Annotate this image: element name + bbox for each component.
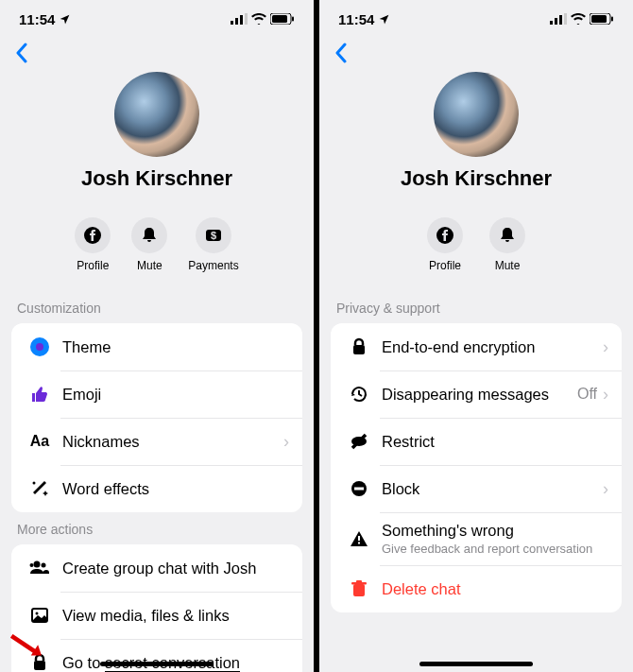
row-creategroup[interactable]: Create group chat with Josh (11, 544, 302, 592)
svg-text:$: $ (211, 230, 216, 241)
card-moreactions: Create group chat with Josh View media, … (11, 544, 302, 672)
row-restrict-label: Restrict (382, 433, 608, 451)
row-wrong-label: Something's wrong (382, 522, 608, 540)
wifi-icon (571, 13, 586, 25)
back-button[interactable] (329, 43, 353, 67)
payments-icon: $ (204, 226, 223, 245)
trash-icon (351, 579, 368, 598)
svg-rect-3 (245, 13, 248, 25)
svg-rect-22 (564, 13, 567, 25)
status-bar: 11:54 (319, 0, 633, 38)
svg-point-17 (36, 612, 39, 615)
chevron-right-icon: › (603, 337, 608, 357)
svg-rect-18 (34, 661, 45, 670)
row-e2e[interactable]: End-to-end encryption › (331, 323, 622, 370)
row-theme[interactable]: Theme (11, 323, 302, 370)
status-bar: 11:54 (0, 0, 314, 38)
svg-point-15 (30, 563, 34, 567)
avatar[interactable] (434, 72, 519, 157)
profile-name: Josh Kirschner (81, 166, 232, 191)
action-payments[interactable]: $ Payments (188, 217, 238, 272)
restrict-icon (350, 432, 368, 451)
action-profile-label: Profile (429, 259, 461, 272)
row-nicknames-label: Nicknames (62, 433, 283, 451)
chevron-right-icon: › (283, 432, 289, 452)
row-block-label: Block (382, 480, 603, 498)
row-viewmedia[interactable]: View media, files & links (11, 592, 302, 639)
row-wordeffects[interactable]: Word effects (11, 465, 302, 512)
action-payments-label: Payments (188, 259, 238, 272)
svg-rect-24 (591, 15, 607, 23)
location-icon (59, 13, 71, 26)
section-title-privacy: Privacy & support (319, 291, 633, 323)
row-block[interactable]: Block › (331, 465, 622, 512)
svg-rect-5 (272, 15, 287, 23)
nav-bar (319, 38, 633, 72)
back-button[interactable] (9, 43, 34, 67)
profile-header: Josh Kirschner (0, 72, 314, 204)
svg-rect-32 (354, 488, 364, 491)
svg-rect-2 (240, 15, 243, 25)
home-indicator[interactable] (100, 662, 214, 666)
row-restrict[interactable]: Restrict (331, 418, 622, 465)
row-theme-label: Theme (62, 338, 289, 356)
row-emoji[interactable]: Emoji (11, 370, 302, 418)
right-screen: 11:54 Josh Kirschner Profile Mute Privac… (319, 0, 633, 672)
row-nicknames[interactable]: Aa Nicknames › (11, 418, 302, 465)
profile-header: Josh Kirschner (319, 72, 633, 204)
left-screen: 11:54 Josh Kirschner Profile Mute $ Paym… (0, 0, 314, 672)
card-customization: Theme Emoji Aa Nicknames › Word effects (11, 323, 302, 512)
row-emoji-label: Emoji (62, 386, 289, 404)
status-time: 11:54 (19, 11, 55, 27)
svg-rect-34 (358, 543, 360, 544)
svg-rect-1 (235, 18, 238, 25)
row-delete[interactable]: Delete chat (331, 565, 622, 612)
wifi-icon (251, 13, 266, 25)
svg-rect-27 (353, 345, 365, 354)
avatar[interactable] (114, 72, 199, 157)
svg-rect-19 (550, 21, 553, 25)
svg-point-12 (33, 482, 36, 485)
red-arrow-annotation (9, 634, 45, 661)
action-profile-label: Profile (77, 259, 109, 272)
svg-rect-37 (356, 580, 362, 583)
facebook-icon (436, 226, 454, 245)
chevron-right-icon: › (603, 385, 608, 405)
action-mute[interactable]: Mute (131, 217, 167, 272)
bell-icon (140, 226, 159, 245)
svg-rect-33 (358, 536, 360, 541)
home-indicator[interactable] (419, 662, 533, 666)
row-secretconversation[interactable]: Go to secret conversation (11, 639, 302, 672)
row-wrong[interactable]: Something's wrong Give feedback and repo… (331, 512, 622, 565)
nicknames-icon: Aa (30, 433, 49, 450)
svg-point-13 (34, 561, 41, 568)
nav-bar (0, 38, 314, 72)
svg-rect-35 (353, 584, 365, 596)
action-profile[interactable]: Profile (427, 217, 463, 272)
battery-icon (270, 13, 295, 25)
row-disappearing[interactable]: Disappearing messages Off › (331, 370, 622, 418)
battery-icon (590, 13, 614, 25)
action-mute[interactable]: Mute (489, 217, 525, 272)
signal-icon (550, 13, 567, 25)
block-icon (350, 479, 368, 498)
section-title-moreactions: More actions (0, 512, 314, 544)
svg-rect-6 (292, 17, 294, 22)
svg-rect-21 (559, 15, 562, 25)
group-icon (29, 559, 50, 577)
svg-point-14 (42, 563, 46, 568)
action-row: Profile Mute (319, 204, 633, 291)
card-privacy: End-to-end encryption › Disappearing mes… (331, 323, 622, 612)
row-e2e-label: End-to-end encryption (382, 338, 603, 356)
svg-point-11 (36, 343, 43, 351)
location-icon (378, 13, 390, 26)
status-time: 11:54 (338, 11, 374, 27)
thumbs-up-icon (30, 385, 49, 404)
row-wordeffects-label: Word effects (62, 480, 289, 498)
row-wrong-sub: Give feedback and report conversation (382, 542, 608, 556)
row-viewmedia-label: View media, files & links (62, 607, 289, 625)
media-icon (30, 606, 49, 625)
history-icon (350, 385, 368, 404)
action-profile[interactable]: Profile (75, 217, 111, 272)
action-row: Profile Mute $ Payments (0, 204, 314, 291)
